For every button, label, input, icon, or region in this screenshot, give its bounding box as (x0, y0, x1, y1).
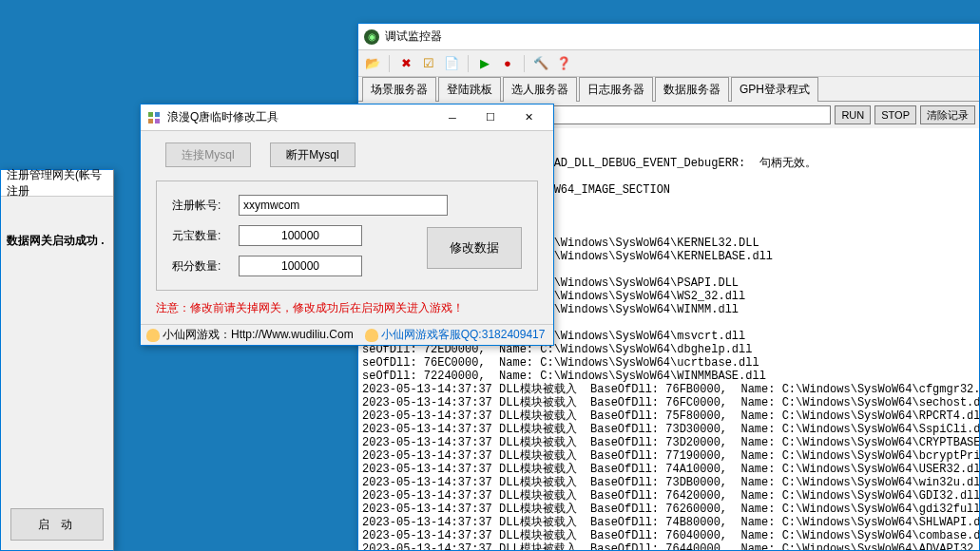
build-icon[interactable]: 🔨 (532, 55, 549, 72)
minimize-button[interactable]: ─ (433, 106, 471, 129)
titlebar[interactable]: 注册管理网关(帐号注册 (1, 170, 113, 197)
status-qq: 小仙网游戏客服QQ:3182409417 (381, 327, 546, 343)
warning-text: 注意：修改前请关掉网关，修改成功后在启动网关进入游戏！ (156, 300, 538, 316)
person-icon (365, 329, 378, 342)
close-button[interactable]: ✕ (509, 106, 548, 129)
form-group: 注册帐号: 元宝数量: 积分数量: 修改数据 (156, 180, 538, 291)
yuanbao-label: 元宝数量: (172, 228, 239, 244)
dialog-title: 浪漫Q唐临时修改工具 (167, 109, 433, 125)
edit-icon[interactable]: ☑ (420, 55, 437, 72)
tab-scene-server[interactable]: 场景服务器 (362, 77, 436, 102)
tab-gph-login[interactable]: GPH登录程式 (731, 77, 818, 102)
stop-button[interactable]: STOP (874, 105, 916, 124)
status-bar: 小仙网游戏：Http://Www.wudiliu.Com 小仙网游戏客服QQ:3… (141, 324, 553, 345)
play-icon[interactable]: ▶ (476, 55, 493, 72)
titlebar[interactable]: ◉ 调试监控器 (358, 24, 979, 50)
account-input[interactable] (239, 195, 448, 216)
run-button[interactable]: RUN (835, 105, 871, 124)
account-label: 注册帐号: (172, 198, 239, 214)
record-icon[interactable]: ● (499, 55, 516, 72)
maximize-button[interactable]: ☐ (471, 106, 509, 129)
status-left: 小仙网游戏：Http://Www.wudiliu.Com (141, 327, 359, 343)
person-icon (146, 329, 160, 342)
yuanbao-input[interactable] (239, 225, 362, 246)
delete-icon[interactable]: ✖ (397, 55, 414, 72)
tab-bar: 场景服务器 登陆跳板 选人服务器 日志服务器 数据服务器 GPH登录程式 (358, 77, 979, 102)
tab-login-jump[interactable]: 登陆跳板 (438, 77, 501, 102)
modify-tool-dialog: 浪漫Q唐临时修改工具 ─ ☐ ✕ 连接Mysql 断开Mysql 注册帐号: 元… (140, 104, 554, 346)
connect-mysql-button[interactable]: 连接Mysql (165, 142, 251, 167)
titlebar[interactable]: 浪漫Q唐临时修改工具 ─ ☐ ✕ (141, 104, 553, 131)
window-title: 注册管理网关(帐号注册 (7, 167, 107, 200)
modify-data-button[interactable]: 修改数据 (427, 227, 522, 269)
register-gateway-window: 注册管理网关(帐号注册 数据网关启动成功 . 启 动 (0, 169, 114, 551)
dialog-body: 连接Mysql 断开Mysql 注册帐号: 元宝数量: 积分数量: 修改数据 注… (141, 131, 553, 328)
app-icon: ◉ (364, 29, 379, 45)
window-title: 调试监控器 (385, 28, 973, 45)
jifen-input[interactable] (239, 256, 362, 276)
status-website: 小仙网游戏：Http://Www.wudiliu.Com (163, 327, 354, 343)
tab-data-server[interactable]: 数据服务器 (655, 77, 729, 102)
jifen-label: 积分数量: (172, 258, 239, 275)
start-button[interactable]: 启 动 (10, 508, 104, 541)
svg-rect-0 (148, 112, 153, 117)
status-right: 小仙网游戏客服QQ:3182409417 (359, 327, 551, 343)
help-icon[interactable]: ❓ (555, 55, 572, 72)
tab-select-server[interactable]: 选人服务器 (503, 77, 577, 102)
clear-log-button[interactable]: 清除记录 (920, 105, 975, 124)
svg-rect-3 (155, 119, 160, 124)
svg-rect-2 (148, 119, 153, 124)
window-body: 数据网关启动成功 . 启 动 (1, 197, 113, 550)
toolbar: 📂 ✖ ☑ 📄 ▶ ● 🔨 ❓ (358, 50, 979, 77)
app-icon (146, 110, 162, 125)
disconnect-mysql-button[interactable]: 断开Mysql (270, 142, 355, 167)
svg-rect-1 (155, 112, 160, 117)
open-icon[interactable]: 📂 (364, 55, 381, 72)
note-icon[interactable]: 📄 (443, 55, 460, 72)
tab-log-server[interactable]: 日志服务器 (579, 77, 653, 102)
status-text: 数据网关启动成功 . (7, 233, 107, 249)
